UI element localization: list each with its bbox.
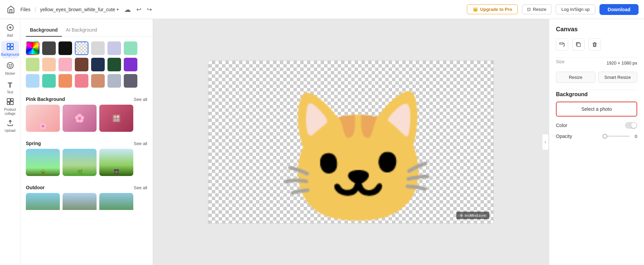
- size-value: 1920 × 1080 px: [607, 60, 637, 66]
- cat-image[interactable]: 🐱: [287, 74, 429, 223]
- watermark: ⊕ insMind.com: [456, 212, 489, 219]
- undo-button[interactable]: ↩: [135, 4, 143, 15]
- resize-icon: ⊡: [527, 7, 531, 12]
- swatch-dark-blue[interactable]: [91, 58, 105, 71]
- color-toggle[interactable]: [625, 122, 637, 129]
- duplicate-button[interactable]: [572, 38, 584, 51]
- select-photo-button[interactable]: Select a photo: [556, 102, 637, 117]
- svg-rect-11: [11, 99, 13, 101]
- svg-rect-3: [7, 43, 10, 46]
- opacity-knob[interactable]: [603, 134, 607, 139]
- tab-background[interactable]: Background: [26, 24, 62, 37]
- swatch-salmon[interactable]: [75, 74, 88, 88]
- outdoor-photos-row: [20, 193, 153, 210]
- tab-ai-background[interactable]: AI Background: [62, 24, 101, 37]
- pink-photos-row: 🌸 🌸 🪟: [20, 105, 153, 137]
- redo-button[interactable]: ↪: [146, 4, 153, 15]
- pink-thumb-1[interactable]: 🌸: [26, 105, 60, 132]
- swatch-peach[interactable]: [42, 58, 56, 71]
- upgrade-button[interactable]: 👑 Upgrade to Pro: [467, 4, 518, 14]
- topbar: Files | yellow_eyes_brown_white_fur_cute…: [0, 0, 644, 19]
- sidebar-item-background[interactable]: Background: [1, 41, 19, 58]
- pink-section-header: Pink Background See all: [20, 94, 153, 105]
- icon-sidebar: Add Background S: [0, 19, 20, 265]
- svg-point-8: [9, 65, 10, 65]
- swatch-light-gray[interactable]: [91, 41, 105, 55]
- svg-rect-14: [577, 43, 580, 47]
- watermark-icon: ⊕: [460, 213, 463, 218]
- swatch-brown[interactable]: [75, 58, 88, 71]
- swatch-mint[interactable]: [124, 41, 137, 55]
- delete-button[interactable]: [589, 38, 601, 51]
- sidebar-item-label-text: Text: [7, 90, 13, 94]
- spring-see-all[interactable]: See all: [134, 141, 147, 146]
- sidebar-item-product-collage[interactable]: Product collage: [1, 98, 19, 116]
- swatch-black[interactable]: [58, 41, 72, 55]
- login-button[interactable]: Log in/Sign up: [556, 4, 595, 14]
- sidebar-item-label-background: Background: [1, 53, 19, 57]
- topbar-right: 👑 Upgrade to Pro ⊡ Resize Log in/Sign up…: [467, 4, 639, 15]
- outdoor-section-header: Outdoor See all: [20, 182, 153, 193]
- upload-icon: [6, 119, 14, 128]
- opacity-slider-wrap: 0: [572, 134, 637, 139]
- background-panel: Background AI Background: [20, 19, 153, 265]
- spring-thumb-1[interactable]: 🌳: [26, 149, 60, 176]
- panel-collapse-button[interactable]: ‹: [542, 134, 549, 150]
- pink-thumb-3[interactable]: 🪟: [99, 105, 133, 132]
- text-icon: T: [8, 81, 12, 90]
- sidebar-item-upload[interactable]: Upload: [1, 117, 19, 135]
- cloud-save-icon[interactable]: ☁: [124, 5, 131, 14]
- svg-rect-6: [11, 47, 13, 50]
- spring-thumb-2[interactable]: 🌿: [63, 149, 97, 176]
- home-icon[interactable]: [5, 4, 16, 15]
- sidebar-item-add[interactable]: Add: [1, 22, 19, 39]
- swatch-gradient[interactable]: [26, 41, 39, 55]
- sidebar-item-label-upload: Upload: [5, 129, 16, 133]
- swatch-pink[interactable]: [58, 58, 72, 71]
- swatch-transparent[interactable]: [75, 41, 88, 55]
- canvas-frame[interactable]: 🐱 ⊕ insMind.com: [208, 60, 494, 224]
- swatch-light-blue[interactable]: [26, 74, 39, 88]
- outdoor-thumb-1[interactable]: [26, 193, 60, 210]
- swatch-dark-gray[interactable]: [42, 41, 56, 55]
- divider-1: [556, 57, 637, 58]
- swatch-light-green[interactable]: [26, 58, 39, 71]
- svg-rect-13: [10, 102, 13, 105]
- outdoor-thumb-2[interactable]: [63, 193, 97, 210]
- svg-rect-4: [11, 43, 13, 46]
- swatch-orange[interactable]: [58, 74, 72, 88]
- swatch-tan[interactable]: [91, 74, 105, 88]
- outdoor-thumb-3[interactable]: [99, 193, 133, 210]
- canvas-panel-title: Canvas: [556, 26, 637, 33]
- swatch-blue-gray[interactable]: [107, 74, 121, 88]
- resize-button[interactable]: ⊡ Resize: [522, 4, 552, 14]
- swatch-lavender[interactable]: [107, 41, 121, 55]
- resize-canvas-button[interactable]: Resize: [556, 72, 595, 83]
- pink-see-all[interactable]: See all: [134, 97, 147, 102]
- swatch-dark-green[interactable]: [107, 58, 121, 71]
- spring-section-title: Spring: [26, 141, 41, 146]
- history-buttons: ↩ ↪: [135, 4, 153, 15]
- canvas-area: 🐱 ⊕ insMind.com ‹: [153, 19, 549, 265]
- opacity-label: Opacity: [556, 134, 572, 139]
- svg-point-9: [11, 65, 12, 65]
- swatch-purple[interactable]: [124, 58, 137, 71]
- svg-rect-5: [7, 47, 10, 50]
- filename[interactable]: yellow_eyes_brown_white_fur_cute ▾: [40, 7, 119, 12]
- pink-section-title: Pink Background: [26, 96, 65, 102]
- files-label[interactable]: Files: [20, 7, 31, 12]
- format-paint-button[interactable]: [556, 38, 568, 51]
- svg-rect-10: [7, 99, 10, 102]
- add-icon: [6, 24, 14, 33]
- smart-resize-button[interactable]: Smart Resize: [598, 72, 638, 83]
- swatch-teal[interactable]: [42, 74, 56, 88]
- sidebar-item-label-add: Add: [7, 34, 13, 38]
- spring-thumb-3[interactable]: 🌉: [99, 149, 133, 176]
- outdoor-see-all[interactable]: See all: [134, 185, 147, 190]
- pink-thumb-2[interactable]: 🌸: [63, 105, 97, 132]
- download-button[interactable]: Download: [599, 4, 639, 15]
- sidebar-item-text[interactable]: T Text: [1, 79, 19, 96]
- swatch-slate[interactable]: [124, 74, 137, 88]
- sidebar-item-sticker[interactable]: Sticker: [1, 60, 19, 77]
- opacity-slider[interactable]: [603, 136, 630, 137]
